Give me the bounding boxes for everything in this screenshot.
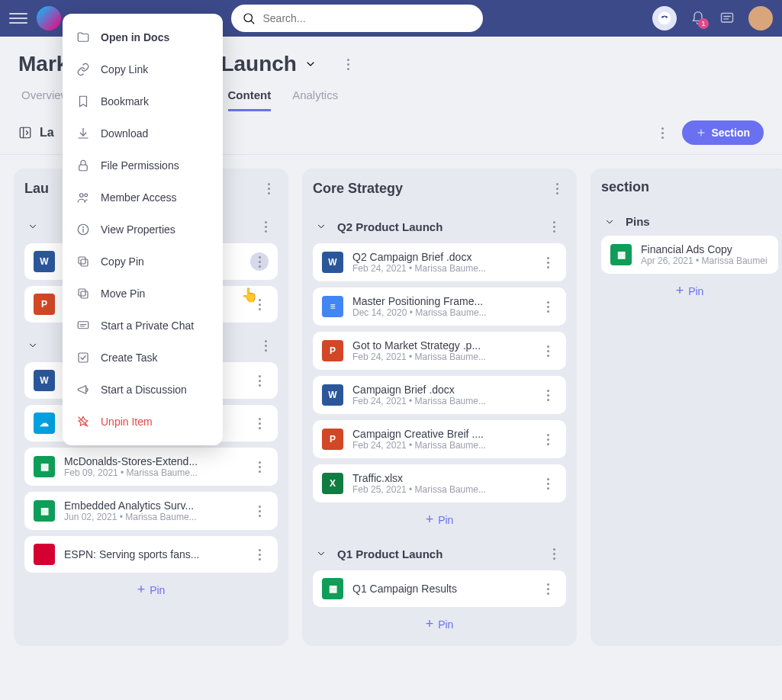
ctx-copy-pin[interactable]: Copy Pin [63,246,223,278]
context-menu: Open in Docs Copy Link Bookmark Download… [63,14,223,445]
chat-icon [719,11,735,26]
users-icon [76,191,90,204]
file-card[interactable]: W Q2 Campaign Brief .docxFeb 24, 2021 • … [313,243,566,281]
column-title: section [601,179,649,195]
card-menu[interactable] [539,386,557,404]
file-card[interactable]: ESPN: Serving sports fans... [24,536,278,573]
bookmark-icon [76,95,90,108]
chevron-down-icon[interactable] [304,58,317,70]
card-menu[interactable] [539,580,557,598]
search-box[interactable] [231,5,483,32]
group-menu[interactable] [256,217,275,236]
ctx-download[interactable]: Download [63,117,223,149]
svg-rect-27 [79,353,88,362]
file-card[interactable]: ▦ Q1 Campaign Results [313,570,566,607]
column-core-strategy: Core Strategy Q2 Product Launch W Q2 Cam… [302,169,577,646]
group-menu[interactable] [545,217,563,236]
tab-analytics[interactable]: Analytics [292,88,338,111]
card-menu[interactable] [539,342,557,360]
add-pin-button[interactable]: +Pin [313,607,566,635]
svg-rect-5 [722,13,733,22]
ctx-member-access[interactable]: Member Access [63,181,223,214]
tab-content[interactable]: Content [228,88,272,111]
subbar-label: La [40,126,54,140]
chevron-down-icon[interactable] [27,340,38,351]
info-icon [76,223,90,236]
word-icon: W [322,252,343,273]
column-menu[interactable] [259,179,278,197]
svg-point-19 [83,227,84,228]
file-card[interactable]: P Got to Market Strategy .p...Feb 24, 20… [313,332,566,370]
salesforce-icon: ☁ [34,413,55,434]
card-menu[interactable] [539,297,557,316]
card-menu[interactable] [539,253,557,271]
svg-point-15 [80,194,84,197]
file-card[interactable]: ≡ Master Positioning Frame...Dec 14, 202… [313,287,566,326]
file-card[interactable]: W Campaign Brief .docxFeb 24, 2021 • Mar… [313,376,566,414]
link-icon [76,63,90,76]
file-card[interactable]: ▦ Embedded Analytics Surv...Jun 02, 2021… [24,492,278,530]
page-menu[interactable] [340,55,358,73]
file-card[interactable]: X Traffic.xlsxFeb 25, 2021 • Marissa Bau… [313,464,566,503]
assistant-avatar[interactable] [652,6,677,31]
card-menu[interactable] [250,502,269,520]
task-icon [76,351,90,364]
plus-icon [696,127,706,138]
card-menu[interactable] [250,252,269,271]
card-menu[interactable] [250,545,269,564]
messages-icon[interactable] [719,11,735,26]
ctx-copy-link[interactable]: Copy Link [63,53,223,85]
svg-rect-23 [81,291,88,298]
notification-bell[interactable]: 1 [690,11,706,26]
column-menu[interactable] [548,179,566,197]
user-avatar[interactable] [748,6,773,31]
word-icon: W [322,384,343,406]
svg-rect-24 [78,322,88,329]
file-card[interactable]: ▦ Financial Ads CopyApr 26, 2021 • Maris… [601,236,778,274]
svg-point-2 [658,12,671,25]
page-title-right: Launch [220,52,297,76]
lock-icon [76,159,90,172]
ctx-unpin-item[interactable]: Unpin Item [63,406,223,438]
group-title: Q2 Product Launch [337,220,442,233]
copy-icon [76,255,90,268]
chevron-down-icon[interactable] [316,221,327,232]
brand-logo[interactable] [37,6,61,31]
powerpoint-icon: P [34,294,55,315]
svg-rect-20 [81,259,88,266]
sheets-icon: ▦ [34,500,55,522]
ctx-view-properties[interactable]: View Properties [63,214,223,246]
svg-point-0 [244,14,253,22]
ctx-start-private-chat[interactable]: Start a Private Chat [63,310,223,342]
add-section-button[interactable]: Section [682,120,764,145]
hamburger-menu[interactable] [9,9,27,27]
file-card[interactable]: ▦ McDonalds-Stores-Extend...Feb 09, 2021… [24,448,278,486]
card-menu[interactable] [250,414,269,432]
subbar-menu[interactable] [653,124,671,142]
add-pin-button[interactable]: +Pin [313,503,566,531]
sheets-icon: ▦ [610,244,632,265]
group-menu[interactable] [256,336,275,355]
ctx-file-permissions[interactable]: File Permissions [63,149,223,181]
file-card[interactable]: P Campaign Creative Breif ....Feb 24, 20… [313,420,566,458]
card-menu[interactable] [539,430,557,448]
ctx-bookmark[interactable]: Bookmark [63,85,223,117]
card-menu[interactable] [250,371,269,390]
chevron-down-icon[interactable] [27,221,38,232]
chevron-down-icon[interactable] [604,217,615,227]
column-title: Core Strategy [313,181,403,197]
add-pin-button[interactable]: +Pin [601,274,778,302]
card-menu[interactable] [250,458,269,476]
svg-rect-14 [79,165,88,171]
ctx-create-task[interactable]: Create Task [63,342,223,374]
folder-icon [76,31,90,44]
chevron-down-icon[interactable] [316,548,327,559]
add-pin-button[interactable]: +Pin [24,573,278,601]
ctx-open-in-docs[interactable]: Open in Docs [63,21,223,53]
ctx-start-discussion[interactable]: Start a Discussion [63,374,223,406]
search-input[interactable] [263,12,472,24]
collapse-icon[interactable] [18,126,32,140]
group-menu[interactable] [545,544,563,563]
card-menu[interactable] [539,474,557,493]
ctx-move-pin[interactable]: Move Pin [63,278,223,310]
